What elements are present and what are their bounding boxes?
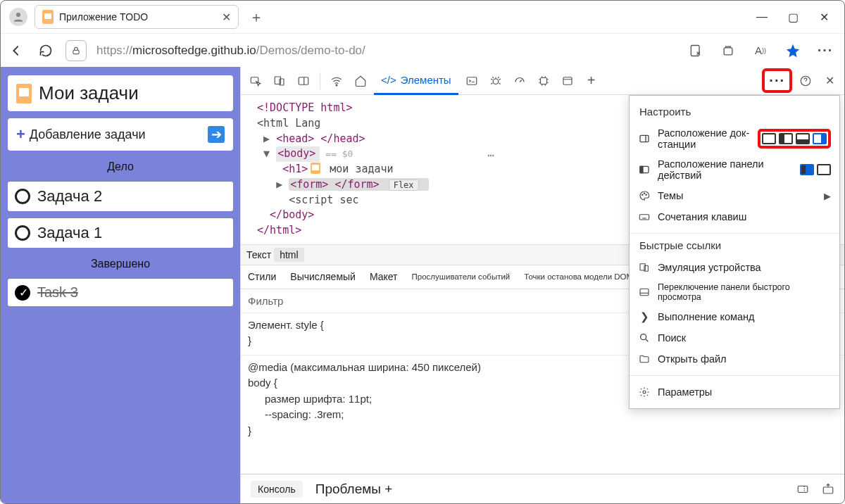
edit-page-icon[interactable] [688,43,703,58]
dom-body[interactable]: <body> [277,147,315,160]
collections-icon[interactable] [720,43,736,58]
close-window-button[interactable]: ✕ [818,11,830,24]
subtab-styles[interactable]: Стили [248,271,276,282]
task-label: Задача 2 [37,187,102,206]
help-icon[interactable] [795,70,816,92]
menu-label: Открыть файл [658,353,727,365]
new-tab-button[interactable]: ＋ [244,5,268,29]
menu-themes[interactable]: Темы ▶ [630,185,839,206]
activity-top-icon[interactable] [817,164,831,175]
refresh-button[interactable] [36,41,56,61]
dom-head[interactable]: <head> </head> [276,132,365,145]
menu-label: Выполнение команд [658,311,755,322]
menu-label: Переключение панели быстрого просмотра [658,282,831,302]
popup-heading-quick: Быстрые ссылки [639,239,830,251]
task-checkbox-icon[interactable] [15,225,30,241]
subtab-listeners[interactable]: Прослушиватели событий [412,272,511,281]
profile-avatar[interactable] [9,8,27,26]
app-title: Мои задачи [39,82,139,104]
menu-dock-side[interactable]: Расположение док-станции [630,123,839,154]
window-controls: — ▢ ✕ [756,11,840,24]
search-icon [638,332,651,344]
task-checkbox-done-icon[interactable] [15,285,30,301]
dock-undock-icon[interactable] [762,133,776,144]
address-bar: https://microsoftedge.github.io/Demos/de… [1,33,844,67]
dom-h1[interactable]: <h1> [282,163,308,175]
performance-icon[interactable] [509,70,530,92]
todo-app: Мои задачи + Добавление задачи ➔ Дело За… [1,67,240,503]
menu-run-command[interactable]: ❯ Выполнение команд [630,306,839,327]
subtab-layout[interactable]: Макет [370,271,398,282]
console-tab-icon[interactable] [461,70,482,92]
url-text[interactable]: https://microsoftedge.github.io/Demos/de… [96,44,365,58]
subtab-dom-breakpoints[interactable]: Точки останова модели DOM [524,272,633,281]
popup-heading-customize: Настроить [639,106,830,118]
tab-elements-label: Элементы [401,74,451,86]
home-icon[interactable] [350,70,371,92]
code-icon: </> [381,74,396,86]
svg-rect-7 [299,77,308,84]
clipboard-icon [16,84,32,103]
menu-quick-view[interactable]: Переключение панели быстрого просмотра [630,278,839,306]
close-tab-icon[interactable]: ✕ [222,11,231,24]
dock-right-icon[interactable] [813,133,827,144]
add-tab-icon[interactable]: + [581,70,602,92]
menu-label: Параметры [658,386,712,398]
task-item[interactable]: Задача 1 [8,218,233,248]
subtab-computed[interactable]: Вычисляемый [290,271,356,282]
menu-settings[interactable]: Параметры [630,382,839,403]
minimize-button[interactable]: — [756,11,768,24]
browser-tab[interactable]: Приложение TODO ✕ [35,5,239,29]
browser-menu-button[interactable]: ··· [818,43,833,58]
tab-elements[interactable]: </> Элементы [374,67,458,95]
keyboard-icon [638,210,651,223]
drawer-console-tab[interactable]: Консоль [251,481,303,498]
dom-html-close: </html> [257,224,301,237]
drawer-expand-icon[interactable] [822,483,834,496]
style-brace: } [248,423,837,439]
drawer-problems-tab[interactable]: Проблемы + [315,481,393,497]
dock-side-icon[interactable] [293,70,314,92]
svg-rect-16 [798,486,808,492]
dock-left-icon[interactable] [779,133,793,144]
devtools-more-button[interactable]: ··· [762,68,792,93]
task-item[interactable]: Задача 2 [8,182,233,211]
bug-icon[interactable] [485,70,506,92]
task-item-done[interactable]: Task 3 [8,279,233,306]
read-aloud-icon[interactable]: A)) [753,43,768,58]
style-prop-spacing[interactable]: --spacing: .3rem; [248,407,837,423]
crumb-label: Текст [246,249,271,260]
menu-activity-bar[interactable]: Расположение панели действий [630,154,839,185]
section-done: Завершено [8,255,233,272]
dom-script[interactable]: <script sec [289,194,358,206]
devices-icon [638,261,651,274]
back-button[interactable] [6,41,26,61]
task-checkbox-icon[interactable] [15,189,30,204]
favorite-star-icon[interactable] [785,43,801,58]
menu-search[interactable]: Поиск [630,327,839,348]
close-devtools-icon[interactable]: ✕ [819,70,840,92]
menu-shortcuts[interactable]: Сочетания клавиш [630,206,839,227]
inspect-element-icon[interactable] [245,70,266,92]
application-tab-icon[interactable] [557,70,578,92]
memory-icon[interactable] [533,70,554,92]
wifi-icon[interactable] [326,70,347,92]
site-info-button[interactable] [65,40,87,61]
activity-left-icon[interactable] [800,164,814,175]
panel-icon [638,163,651,176]
menu-open-file[interactable]: Открыть файл [630,348,839,370]
dock-bottom-icon[interactable] [796,133,810,144]
svg-point-11 [493,79,499,84]
maximize-button[interactable]: ▢ [787,11,799,24]
svg-point-22 [644,193,644,194]
submit-arrow-icon[interactable]: ➔ [208,126,225,143]
svg-rect-20 [640,166,643,172]
menu-device-emulation[interactable]: Эмуляция устройства [630,257,839,278]
add-task-row[interactable]: + Добавление задачи ➔ [8,118,233,151]
device-emulation-icon[interactable] [269,70,290,92]
crumb-active[interactable]: html [274,248,303,262]
flex-badge[interactable]: Flex [389,179,419,191]
drawer-dock-icon[interactable] [796,483,809,496]
menu-label: Темы [658,190,684,201]
dom-form[interactable]: <form> </form> [290,178,379,191]
